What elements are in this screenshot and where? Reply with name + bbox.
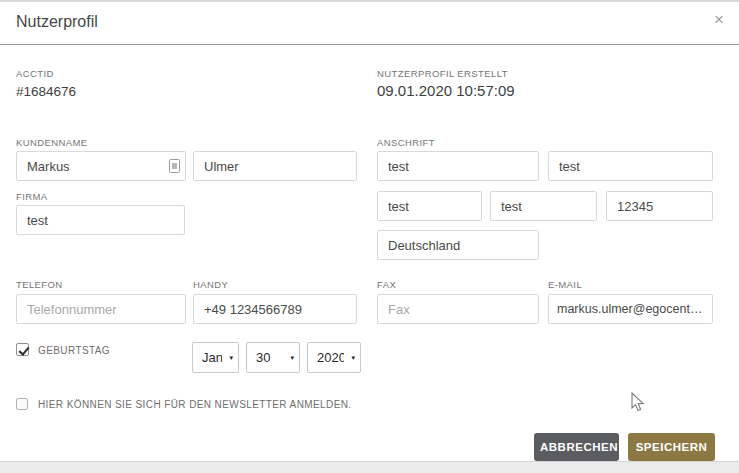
cancel-button[interactable]: ABBRECHEN: [534, 433, 619, 461]
city-input[interactable]: [490, 191, 597, 221]
address-line1-input[interactable]: [377, 151, 539, 181]
acctid-value: #1684676: [16, 84, 76, 99]
page-background-strip: [0, 461, 739, 473]
birthday-day-select[interactable]: 30: [246, 342, 300, 373]
address-line2-input[interactable]: [548, 151, 713, 181]
first-name-input[interactable]: [16, 151, 186, 181]
kundenname-label: KUNDENNAME: [16, 137, 88, 148]
street-input[interactable]: [377, 191, 482, 221]
telefon-label: TELEFON: [16, 279, 63, 290]
firma-input[interactable]: [16, 205, 185, 235]
last-name-input[interactable]: [193, 151, 357, 181]
zip-input[interactable]: [606, 191, 713, 221]
birthday-year-select[interactable]: 2020: [307, 342, 361, 373]
autofill-contact-icon: [169, 159, 180, 173]
firma-label: FIRMA: [16, 191, 48, 202]
fax-label: FAX: [377, 279, 396, 290]
dialog-title: Nutzerprofil: [16, 13, 98, 31]
email-input[interactable]: [548, 294, 713, 324]
birthday-label: GEBURTSTAG: [38, 345, 110, 356]
birthday-year-select-wrap: 2020 ▾: [307, 342, 361, 373]
birthday-day-select-wrap: 30 ▾: [246, 342, 300, 373]
header-divider: [0, 44, 739, 45]
birthday-checkbox[interactable]: [16, 343, 29, 356]
nutzerprofil-dialog: Nutzerprofil × ACCTID #1684676 NUTZERPRO…: [0, 0, 739, 461]
telefon-input[interactable]: [16, 294, 186, 324]
handy-label: HANDY: [193, 279, 228, 290]
created-value: 09.01.2020 10:57:09: [377, 82, 515, 99]
email-label: E-MAIL: [548, 279, 582, 290]
newsletter-checkbox[interactable]: [16, 398, 28, 410]
save-button[interactable]: SPEICHERN: [628, 433, 715, 461]
newsletter-label: HIER KÖNNEN SIE SICH FÜR DEN NEWSLETTER …: [38, 399, 352, 410]
birthday-month-select[interactable]: Jan: [192, 342, 239, 373]
screen: Nutzerprofil × ACCTID #1684676 NUTZERPRO…: [0, 0, 739, 473]
created-label: NUTZERPROFIL ERSTELLT: [377, 68, 508, 79]
anschrift-label: ANSCHRIFT: [377, 137, 435, 148]
acctid-label: ACCTID: [16, 68, 54, 79]
close-icon[interactable]: ×: [714, 11, 724, 28]
birthday-month-select-wrap: Jan ▾: [192, 342, 239, 373]
country-input[interactable]: [377, 230, 539, 260]
handy-input[interactable]: [193, 294, 357, 324]
fax-input[interactable]: [377, 294, 539, 324]
